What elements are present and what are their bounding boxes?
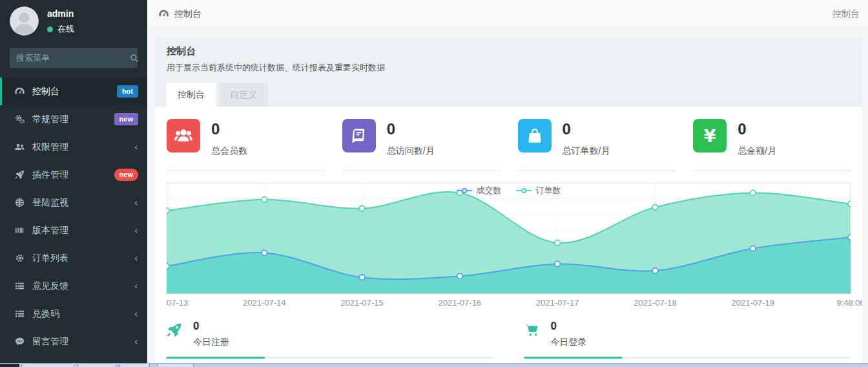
- sidebar-item-label: 留言管理: [32, 336, 68, 348]
- sidebar-item-0[interactable]: 控制台hot: [0, 78, 147, 105]
- sidebar-item-label: 插件管理: [32, 169, 68, 181]
- page-title: 控制台: [167, 45, 851, 58]
- sidebar-item-label: 版本管理: [32, 225, 68, 236]
- taskbar-window-button[interactable]: [21, 364, 74, 367]
- legend-item[interactable]: 订单数: [516, 185, 561, 196]
- search-icon[interactable]: [130, 54, 139, 63]
- person-icon: [10, 6, 39, 36]
- legend-label: 成交数: [477, 185, 502, 196]
- gauge-icon: [15, 87, 25, 96]
- tab-0[interactable]: 控制台: [167, 83, 216, 107]
- x-tick-label: 2021-07-15: [340, 298, 384, 308]
- sidebar: admin 在线 控制台hot常规管理new权限管理‹插件管理new登陆监视‹版…: [0, 0, 147, 367]
- globe-icon: [15, 198, 25, 207]
- mini-progress-bar: [167, 357, 493, 359]
- mini-stat-value: 0: [551, 320, 587, 331]
- stat-value: 0: [738, 121, 776, 137]
- sidebar-item-8[interactable]: 兑换码‹: [0, 300, 147, 328]
- gauge-icon: [159, 9, 169, 19]
- chevron-left-icon: ‹: [134, 225, 138, 236]
- sidebar-item-9[interactable]: 留言管理‹: [0, 328, 147, 355]
- search-input[interactable]: [16, 53, 130, 63]
- orders-chart[interactable]: 成交数订单数 07-132021-07-142021-07-152021-07-…: [167, 183, 851, 309]
- sidebar-item-label: 常规管理: [32, 114, 68, 125]
- stat-card: 0总会员数: [167, 119, 324, 171]
- stat-card: 0总订单数/月: [518, 119, 676, 171]
- menu-badge: new: [114, 113, 138, 125]
- legend-label: 订单数: [536, 185, 561, 196]
- chevron-left-icon: ‹: [134, 198, 138, 208]
- mini-stat-value: 0: [193, 320, 229, 331]
- gears-icon: [15, 114, 25, 124]
- sidebar-item-6[interactable]: 订单列表‹: [0, 244, 147, 272]
- stat-label: 总会员数: [211, 145, 247, 157]
- sidebar-item-4[interactable]: 登陆监视‹: [0, 189, 147, 216]
- sidebar-item-5[interactable]: 版本管理‹: [0, 216, 147, 244]
- stat-value: 0: [563, 121, 610, 137]
- list-icon: [15, 309, 25, 319]
- x-tick-label: 07-13: [167, 298, 188, 308]
- yen-icon: ¥: [693, 119, 727, 152]
- avatar[interactable]: [10, 6, 39, 36]
- stat-value: 0: [211, 121, 247, 137]
- x-tick-label: 2021-07-19: [731, 298, 774, 308]
- area-chart-plot[interactable]: [167, 183, 851, 294]
- user-panel: admin 在线: [0, 0, 147, 39]
- main-area: 控制台 控制台 控制台 用于展示当前系统中的统计数据、统计报表及重要实时数据 控…: [147, 0, 868, 367]
- panel-header: 控制台 用于展示当前系统中的统计数据、统计报表及重要实时数据 控制台自定义: [155, 37, 862, 107]
- tab-bar: 控制台自定义: [167, 83, 851, 107]
- legend-item[interactable]: 成交数: [457, 185, 502, 196]
- taskbar-start-area[interactable]: [0, 364, 19, 367]
- bottom-stats: 0今日注册0今日登录00: [167, 319, 851, 367]
- breadcrumb[interactable]: 控制台: [159, 8, 202, 20]
- sidebar-item-label: 权限管理: [32, 142, 68, 153]
- stat-label: 总订单数/月: [563, 145, 610, 157]
- mini-stat-label: 今日注册: [193, 337, 229, 348]
- x-tick-label: 2021-07-16: [439, 298, 482, 308]
- panel-body: 0总会员数0总访问数/月0总订单数/月¥0总金额/月 成交数订单数 07-132…: [155, 107, 862, 367]
- user-status: 在线: [47, 23, 74, 35]
- x-tick-label: 2021-07-17: [536, 298, 579, 308]
- stat-card: 0总访问数/月: [342, 119, 500, 171]
- taskbar-window-button[interactable]: [78, 364, 116, 367]
- stat-card: ¥0总金额/月: [693, 119, 851, 171]
- x-tick-label: 9:48:06: [836, 298, 862, 308]
- sidebar-item-1[interactable]: 常规管理new: [0, 105, 147, 133]
- os-taskbar: [0, 363, 868, 367]
- dashboard-panel: 控制台 用于展示当前系统中的统计数据、统计报表及重要实时数据 控制台自定义 0总…: [155, 37, 862, 367]
- sidebar-item-label: 兑换码: [32, 308, 59, 320]
- page-subtitle: 用于展示当前系统中的统计数据、统计报表及重要实时数据: [167, 62, 851, 74]
- content-wrapper: 控制台 用于展示当前系统中的统计数据、统计报表及重要实时数据 控制台自定义 0总…: [147, 28, 868, 367]
- list-icon: [15, 281, 25, 291]
- mini-progress-bar: [524, 357, 851, 359]
- sidebar-search: [10, 48, 138, 68]
- sidebar-item-3[interactable]: 插件管理new: [0, 161, 147, 189]
- stats-row: 0总会员数0总访问数/月0总订单数/月¥0总金额/月: [167, 119, 851, 171]
- online-dot-icon: [47, 26, 53, 32]
- mini-stat: 0今日注册: [167, 319, 493, 359]
- cart-icon: [524, 322, 541, 339]
- sidebar-item-7[interactable]: 意见反馈‹: [0, 272, 147, 300]
- taskbar-window-button[interactable]: [119, 364, 150, 367]
- stat-value: 0: [387, 121, 435, 137]
- chevron-left-icon: ‹: [134, 309, 138, 319]
- sidebar-item-label: 订单列表: [32, 253, 68, 264]
- navbar-right-link[interactable]: 控制台: [832, 8, 860, 20]
- chart-x-axis: 07-132021-07-142021-07-152021-07-162021-…: [167, 294, 851, 309]
- chevron-left-icon: ‹: [134, 142, 138, 152]
- sidebar-item-2[interactable]: 权限管理‹: [0, 133, 147, 161]
- chevron-left-icon: ‹: [134, 337, 138, 347]
- mini-stat-label: 今日登录: [551, 337, 587, 348]
- top-navbar: 控制台 控制台: [147, 0, 868, 28]
- sidebar-menu: 控制台hot常规管理new权限管理‹插件管理new登陆监视‹版本管理‹订单列表‹…: [0, 78, 147, 367]
- user-name: admin: [47, 8, 74, 19]
- app-window: admin 在线 控制台hot常规管理new权限管理‹插件管理new登陆监视‹版…: [0, 0, 868, 367]
- taskbar-window-button[interactable]: [158, 364, 194, 367]
- rocket-icon: [15, 170, 25, 180]
- cog-icon: [15, 253, 25, 263]
- stat-label: 总访问数/月: [387, 145, 435, 157]
- tab-1[interactable]: 自定义: [219, 83, 268, 107]
- mini-stat: 0今日登录: [524, 319, 851, 359]
- menu-badge: new: [114, 169, 138, 180]
- sidebar-item-label: 登陆监视: [32, 197, 68, 209]
